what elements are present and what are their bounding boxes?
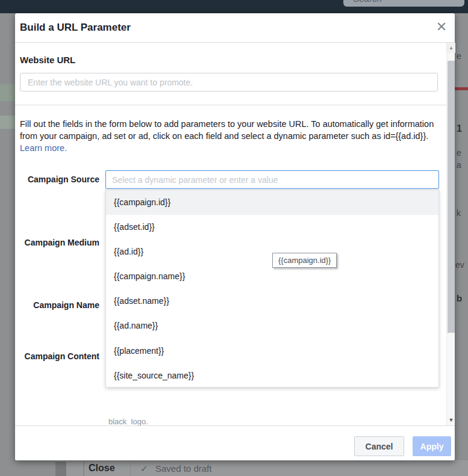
learn-more-link[interactable]: Learn more. [20,143,67,153]
cancel-button[interactable]: Cancel [354,436,404,456]
bg-text-fragment: 1 [457,123,462,134]
app-top-bar: Search [0,0,468,13]
bg-text-fragment: e [457,148,461,158]
search-input[interactable]: Search [343,0,464,7]
scroll-down-icon[interactable]: ▼ [447,416,455,424]
bg-block [0,116,15,129]
dropdown-item-adset-name[interactable]: {{adset.name}} [106,289,438,314]
dialog-header: Build a URL Parameter ✕ [15,13,455,43]
bg-text-fragment: k [457,208,461,218]
scrollbar-thumb[interactable] [448,61,455,333]
dropdown-item-campaign-id[interactable]: {{campaign.id}} [106,190,438,215]
dynamic-parameter-dropdown: {{campaign.id}} {{adset.id}} {{ad.id}} {… [105,190,439,388]
apply-button[interactable]: Apply [413,436,451,456]
campaign-content-helper-text: black_logo. [108,417,148,425]
section-divider [15,105,449,105]
bg-footer-divider [83,462,84,476]
screen: Search e 1 e a k ev b Close ✓ Saved to d… [0,0,468,476]
campaign-source-label: Campaign Source [20,170,99,189]
dropdown-item-site-source-name[interactable]: {{site_source_name}} [106,363,438,388]
dialog-scrollbar[interactable]: ▲ ▼ [446,43,455,425]
bg-close-button: Close [89,463,115,474]
bg-text-fragment: ev [455,260,464,270]
campaign-source-input[interactable] [105,170,439,189]
campaign-name-label: Campaign Name [20,296,99,315]
bg-text-fragment: e [457,51,461,61]
instructions-text: Fill out the fields in the form below to… [20,118,443,154]
dialog-footer: Cancel Apply [15,425,455,460]
bg-text-fragment: a [457,160,461,170]
bg-block [0,84,15,101]
campaign-id-tooltip: {{campaign.id}} [272,253,337,268]
instructions-body: Fill out the fields in the form below to… [20,119,434,141]
dropdown-item-campaign-name[interactable]: {{campaign.name}} [106,264,438,289]
bg-footer-block [55,462,66,476]
saved-to-draft-status: Saved to draft [155,463,211,474]
dropdown-item-adset-id[interactable]: {{adset.id}} [106,215,438,240]
dialog-body: Website URL Fill out the fields in the f… [15,43,455,425]
bg-footer-divider [130,462,131,476]
bg-footer-pad [0,460,55,476]
dropdown-item-placement[interactable]: {{placement}} [106,339,438,363]
campaign-content-label: Campaign Content [20,347,99,366]
campaign-medium-label: Campaign Medium [20,233,99,252]
dropdown-item-ad-name[interactable]: {{ad.name}} [106,314,438,338]
website-url-input[interactable] [20,73,438,91]
bg-text-fragment: b [457,293,462,303]
build-url-parameter-dialog: Build a URL Parameter ✕ Website URL Fill… [15,13,455,460]
close-icon[interactable]: ✕ [434,20,449,34]
dialog-title: Build a URL Parameter [20,22,131,34]
website-url-label: Website URL [20,55,75,65]
bg-red-line [455,87,468,90]
scroll-up-icon[interactable]: ▲ [447,43,455,53]
check-icon: ✓ [140,463,148,474]
bg-page-footer: Close ✓ Saved to draft [0,460,468,476]
